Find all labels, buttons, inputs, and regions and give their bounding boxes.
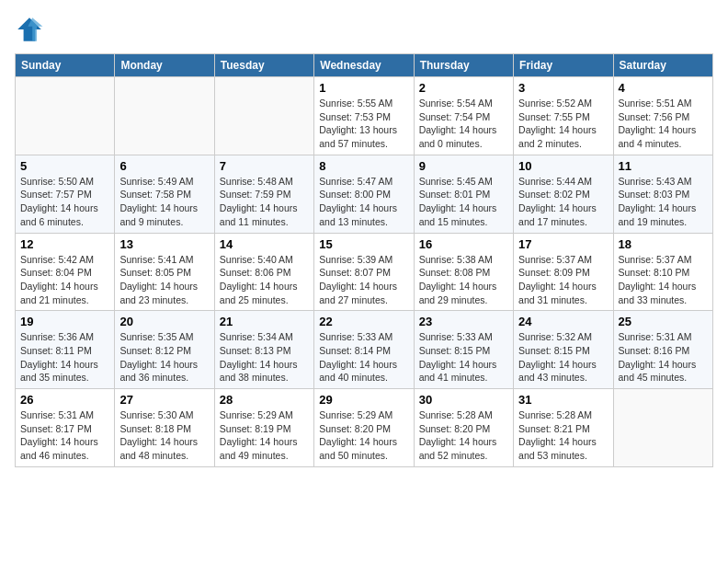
day-info: Sunrise: 5:49 AM Sunset: 7:58 PM Dayligh… xyxy=(119,175,209,229)
day-number: 4 xyxy=(619,81,708,95)
calendar-cell: 5Sunrise: 5:50 AM Sunset: 7:57 PM Daylig… xyxy=(16,155,115,233)
day-info: Sunrise: 5:52 AM Sunset: 7:55 PM Dayligh… xyxy=(518,97,608,151)
day-number: 24 xyxy=(518,315,608,328)
day-info: Sunrise: 5:48 AM Sunset: 7:59 PM Dayligh… xyxy=(220,175,309,229)
calendar-cell: 21Sunrise: 5:34 AM Sunset: 8:13 PM Dayli… xyxy=(214,311,313,389)
calendar-week-row: 12Sunrise: 5:42 AM Sunset: 8:04 PM Dayli… xyxy=(16,233,713,311)
calendar-cell xyxy=(115,77,214,155)
day-info: Sunrise: 5:55 AM Sunset: 7:53 PM Dayligh… xyxy=(319,97,408,151)
day-info: Sunrise: 5:37 AM Sunset: 8:10 PM Dayligh… xyxy=(619,253,708,307)
calendar-table: SundayMondayTuesdayWednesdayThursdayFrid… xyxy=(15,53,713,467)
day-info: Sunrise: 5:44 AM Sunset: 8:02 PM Dayligh… xyxy=(518,175,608,229)
day-info: Sunrise: 5:29 AM Sunset: 8:19 PM Dayligh… xyxy=(220,408,309,463)
calendar-cell: 26Sunrise: 5:31 AM Sunset: 8:17 PM Dayli… xyxy=(16,389,115,467)
day-number: 5 xyxy=(20,159,109,173)
day-number: 16 xyxy=(419,237,508,251)
weekday-header: Saturday xyxy=(613,54,712,77)
day-info: Sunrise: 5:31 AM Sunset: 8:17 PM Dayligh… xyxy=(20,408,109,463)
day-number: 8 xyxy=(319,159,408,173)
day-info: Sunrise: 5:28 AM Sunset: 8:21 PM Dayligh… xyxy=(518,408,608,463)
calendar-cell: 23Sunrise: 5:33 AM Sunset: 8:15 PM Dayli… xyxy=(414,311,513,389)
day-number: 22 xyxy=(319,315,408,328)
page-header xyxy=(15,15,713,44)
weekday-header: Friday xyxy=(514,54,613,77)
calendar-cell xyxy=(16,77,115,155)
weekday-header: Tuesday xyxy=(214,54,313,77)
weekday-header: Thursday xyxy=(414,54,513,77)
calendar-cell: 28Sunrise: 5:29 AM Sunset: 8:19 PM Dayli… xyxy=(214,389,313,467)
day-number: 15 xyxy=(319,237,408,251)
weekday-header: Wednesday xyxy=(314,54,414,77)
calendar-cell: 10Sunrise: 5:44 AM Sunset: 8:02 PM Dayli… xyxy=(514,155,613,233)
day-info: Sunrise: 5:54 AM Sunset: 7:54 PM Dayligh… xyxy=(419,97,508,151)
day-info: Sunrise: 5:41 AM Sunset: 8:05 PM Dayligh… xyxy=(119,253,209,307)
calendar-cell: 11Sunrise: 5:43 AM Sunset: 8:03 PM Dayli… xyxy=(613,155,712,233)
logo xyxy=(15,15,50,44)
day-info: Sunrise: 5:37 AM Sunset: 8:09 PM Dayligh… xyxy=(518,253,608,307)
day-number: 21 xyxy=(220,315,309,328)
day-info: Sunrise: 5:42 AM Sunset: 8:04 PM Dayligh… xyxy=(20,253,109,307)
calendar-cell: 12Sunrise: 5:42 AM Sunset: 8:04 PM Dayli… xyxy=(16,233,115,311)
day-info: Sunrise: 5:47 AM Sunset: 8:00 PM Dayligh… xyxy=(319,175,408,229)
day-info: Sunrise: 5:29 AM Sunset: 8:20 PM Dayligh… xyxy=(319,408,408,463)
calendar-week-row: 1Sunrise: 5:55 AM Sunset: 7:53 PM Daylig… xyxy=(16,77,713,155)
day-info: Sunrise: 5:32 AM Sunset: 8:15 PM Dayligh… xyxy=(518,330,608,385)
calendar-week-row: 26Sunrise: 5:31 AM Sunset: 8:17 PM Dayli… xyxy=(16,389,713,467)
day-number: 1 xyxy=(319,81,408,95)
calendar-cell: 6Sunrise: 5:49 AM Sunset: 7:58 PM Daylig… xyxy=(115,155,214,233)
day-number: 13 xyxy=(119,237,209,251)
day-info: Sunrise: 5:43 AM Sunset: 8:03 PM Dayligh… xyxy=(619,175,708,229)
day-info: Sunrise: 5:33 AM Sunset: 8:15 PM Dayligh… xyxy=(419,330,508,385)
calendar-cell: 20Sunrise: 5:35 AM Sunset: 8:12 PM Dayli… xyxy=(115,311,214,389)
day-number: 20 xyxy=(119,315,209,328)
day-info: Sunrise: 5:45 AM Sunset: 8:01 PM Dayligh… xyxy=(419,175,508,229)
day-info: Sunrise: 5:38 AM Sunset: 8:08 PM Dayligh… xyxy=(419,253,508,307)
day-info: Sunrise: 5:30 AM Sunset: 8:18 PM Dayligh… xyxy=(119,408,209,463)
day-number: 6 xyxy=(119,159,209,173)
day-number: 12 xyxy=(20,237,109,251)
day-info: Sunrise: 5:33 AM Sunset: 8:14 PM Dayligh… xyxy=(319,330,408,385)
calendar-cell: 7Sunrise: 5:48 AM Sunset: 7:59 PM Daylig… xyxy=(214,155,313,233)
day-number: 30 xyxy=(419,393,508,407)
calendar-week-row: 19Sunrise: 5:36 AM Sunset: 8:11 PM Dayli… xyxy=(16,311,713,389)
calendar-cell: 18Sunrise: 5:37 AM Sunset: 8:10 PM Dayli… xyxy=(613,233,712,311)
day-info: Sunrise: 5:40 AM Sunset: 8:06 PM Dayligh… xyxy=(220,253,309,307)
day-number: 23 xyxy=(419,315,508,328)
day-number: 18 xyxy=(619,237,708,251)
day-number: 26 xyxy=(20,393,109,407)
calendar-cell: 31Sunrise: 5:28 AM Sunset: 8:21 PM Dayli… xyxy=(514,389,613,467)
day-number: 9 xyxy=(419,159,508,173)
calendar-cell: 13Sunrise: 5:41 AM Sunset: 8:05 PM Dayli… xyxy=(115,233,214,311)
calendar-cell: 19Sunrise: 5:36 AM Sunset: 8:11 PM Dayli… xyxy=(16,311,115,389)
calendar-cell: 9Sunrise: 5:45 AM Sunset: 8:01 PM Daylig… xyxy=(414,155,513,233)
day-info: Sunrise: 5:28 AM Sunset: 8:20 PM Dayligh… xyxy=(419,408,508,463)
day-number: 2 xyxy=(419,81,508,95)
weekday-header: Monday xyxy=(115,54,214,77)
day-info: Sunrise: 5:51 AM Sunset: 7:56 PM Dayligh… xyxy=(619,97,708,151)
calendar-cell: 22Sunrise: 5:33 AM Sunset: 8:14 PM Dayli… xyxy=(314,311,414,389)
svg-marker-0 xyxy=(17,17,41,41)
day-info: Sunrise: 5:31 AM Sunset: 8:16 PM Dayligh… xyxy=(619,330,708,385)
day-number: 27 xyxy=(119,393,209,407)
day-info: Sunrise: 5:39 AM Sunset: 8:07 PM Dayligh… xyxy=(319,253,408,307)
calendar-week-row: 5Sunrise: 5:50 AM Sunset: 7:57 PM Daylig… xyxy=(16,155,713,233)
day-number: 11 xyxy=(619,159,708,173)
day-number: 14 xyxy=(220,237,309,251)
day-number: 31 xyxy=(518,393,608,407)
day-number: 29 xyxy=(319,393,408,407)
calendar-cell: 2Sunrise: 5:54 AM Sunset: 7:54 PM Daylig… xyxy=(414,77,513,155)
calendar-cell: 8Sunrise: 5:47 AM Sunset: 8:00 PM Daylig… xyxy=(314,155,414,233)
day-info: Sunrise: 5:34 AM Sunset: 8:13 PM Dayligh… xyxy=(220,330,309,385)
calendar-cell: 29Sunrise: 5:29 AM Sunset: 8:20 PM Dayli… xyxy=(314,389,414,467)
calendar-cell: 16Sunrise: 5:38 AM Sunset: 8:08 PM Dayli… xyxy=(414,233,513,311)
calendar-cell: 15Sunrise: 5:39 AM Sunset: 8:07 PM Dayli… xyxy=(314,233,414,311)
day-info: Sunrise: 5:50 AM Sunset: 7:57 PM Dayligh… xyxy=(20,175,109,229)
calendar-cell: 14Sunrise: 5:40 AM Sunset: 8:06 PM Dayli… xyxy=(214,233,313,311)
day-number: 7 xyxy=(220,159,309,173)
day-number: 3 xyxy=(518,81,608,95)
calendar-cell: 25Sunrise: 5:31 AM Sunset: 8:16 PM Dayli… xyxy=(613,311,712,389)
weekday-header-row: SundayMondayTuesdayWednesdayThursdayFrid… xyxy=(16,54,713,77)
day-info: Sunrise: 5:35 AM Sunset: 8:12 PM Dayligh… xyxy=(119,330,209,385)
calendar-cell: 27Sunrise: 5:30 AM Sunset: 8:18 PM Dayli… xyxy=(115,389,214,467)
day-number: 19 xyxy=(20,315,109,328)
